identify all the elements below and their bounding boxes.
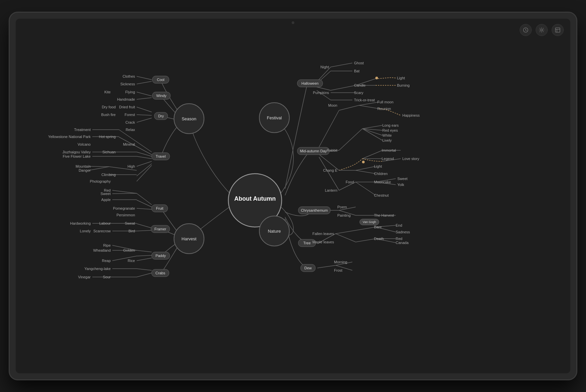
dot-immortal	[362, 161, 365, 163]
svg-line-82	[362, 150, 382, 159]
laptop-screen: About Autumn Season Festival Harvest Nat…	[16, 19, 570, 373]
leaf-bush-fire: Bush fire	[101, 113, 116, 117]
mindmap-container: About Autumn Season Festival Harvest Nat…	[16, 19, 570, 373]
leaf-labour: Labour	[99, 221, 111, 225]
leaf-ripe: Ripe	[103, 243, 111, 247]
chrysanthemum-text: Chrysanthemum	[301, 208, 328, 212]
leaf-end: End	[396, 223, 402, 227]
leaf-long-ears: Long ears	[382, 123, 399, 127]
leaf-red-2: Red	[396, 237, 402, 241]
leaf-immortal: Immortal	[382, 148, 396, 152]
svg-line-23	[137, 156, 152, 159]
svg-point-1	[541, 29, 543, 31]
svg-line-78	[362, 125, 382, 129]
svg-line-19	[137, 118, 152, 122]
leaf-mineral: Mineral	[123, 142, 135, 146]
svg-line-22	[137, 152, 152, 156]
leaf-sweet: Sweet	[100, 192, 111, 196]
svg-line-64	[331, 85, 356, 90]
leaf-kite: Kite	[104, 90, 111, 94]
windy-text: Windy	[156, 94, 167, 98]
leaf-poem: Poem	[337, 205, 347, 209]
season-node-text: Season	[182, 116, 196, 121]
leaf-reap: Reap	[102, 259, 111, 263]
svg-line-44	[137, 230, 152, 231]
cool-text: Cool	[157, 78, 165, 82]
leaf-bare: Bare	[374, 225, 382, 229]
svg-line-101	[356, 227, 376, 230]
mid-autumn-text: Mid-autumn Day	[300, 149, 327, 153]
leaf-rabbit: Rabbit	[327, 148, 337, 152]
leaf-hot-spring: Hot spring	[99, 135, 116, 139]
leaf-ynp: Yellowstone National Park	[48, 135, 91, 139]
layout-button[interactable]	[552, 24, 564, 36]
leaf-dried-fruit: Dried fruit	[119, 105, 135, 109]
svg-line-15	[137, 92, 152, 96]
leaf-clothes: Clothes	[123, 74, 135, 78]
svg-line-4	[540, 28, 540, 29]
leaf-hardworking: Hardworking	[70, 221, 91, 225]
svg-line-40	[112, 190, 137, 193]
svg-line-49	[137, 255, 152, 256]
leaf-climbing: Climbing	[101, 173, 116, 177]
svg-line-38	[137, 200, 152, 207]
festival-node-text: Festival	[267, 115, 282, 120]
leaf-painting: Painting	[337, 213, 351, 217]
leaf-canada: Canada	[396, 241, 409, 245]
svg-line-108	[317, 265, 336, 268]
leaf-reunion: Reunion	[377, 107, 391, 111]
laptop-frame: About Autumn Season Festival Harvest Nat…	[10, 13, 576, 379]
sun-button[interactable]	[536, 24, 548, 36]
svg-line-61	[317, 87, 331, 90]
leaf-crack: Crack	[125, 120, 135, 124]
svg-line-93	[356, 182, 376, 195]
leaf-rice: Rice	[128, 259, 135, 263]
svg-line-70	[319, 110, 339, 147]
leaf-trick: Trick-or-treat	[354, 98, 375, 102]
leaf-food: Food	[346, 180, 354, 184]
svg-line-18	[137, 115, 152, 115]
paddy-text: Paddy	[155, 254, 166, 258]
leaf-yolk: Yolk	[397, 183, 404, 187]
svg-line-8	[540, 31, 540, 32]
leaf-chang-e: Chang E	[323, 168, 337, 172]
van-gogh-text: Van Gogh	[363, 220, 376, 224]
svg-line-16	[137, 98, 152, 99]
leaf-fallen-leaves: Fallen leaves	[312, 232, 334, 236]
clock-button[interactable]	[520, 24, 532, 36]
toolbar	[520, 24, 564, 36]
svg-line-55	[137, 273, 152, 277]
svg-line-87	[356, 166, 376, 170]
leaf-high: High	[127, 164, 135, 168]
leaf-death: Death	[374, 237, 384, 241]
leaf-pomegranate: Pomegranate	[113, 206, 135, 210]
fruit-text: Fruit	[156, 206, 163, 210]
leaf-sweat: Sweat	[125, 221, 135, 225]
leaf-jiuz: Jiuzhaigou Valley	[62, 150, 91, 154]
leaf-lonely: Lonely	[80, 229, 91, 233]
leaf-light-1: Light	[397, 76, 405, 80]
leaf-frost: Frost	[334, 268, 342, 272]
leaf-scarecrow: Scarecrow	[93, 229, 111, 233]
center-node-text: About Autumn	[234, 195, 276, 202]
leaf-bat: Bat	[354, 69, 360, 73]
leaf-sadness: Sadness	[396, 230, 410, 234]
leaf-moon: Moon	[328, 103, 337, 107]
leaf-night: Night	[320, 65, 329, 69]
leaf-maple-leaves: Maple leaves	[312, 240, 334, 244]
leaf-mountain: Mountain	[76, 164, 91, 168]
leaf-mooncake: Mooncake	[374, 180, 391, 184]
svg-line-100	[336, 230, 356, 234]
svg-line-43	[137, 224, 152, 228]
svg-line-75	[359, 102, 379, 105]
svg-line-17	[137, 107, 152, 112]
mindmap-svg: About Autumn Season Festival Harvest Nat…	[16, 19, 570, 373]
leaf-wheatland: Wheatland	[93, 248, 111, 252]
leaf-forest: Forest	[125, 113, 135, 117]
svg-line-74	[339, 105, 359, 110]
leaf-lantern: Lantern	[325, 188, 337, 192]
svg-line-50	[137, 258, 152, 261]
svg-line-37	[137, 193, 152, 205]
dry-text: Dry	[158, 114, 164, 118]
svg-line-104	[336, 234, 356, 242]
